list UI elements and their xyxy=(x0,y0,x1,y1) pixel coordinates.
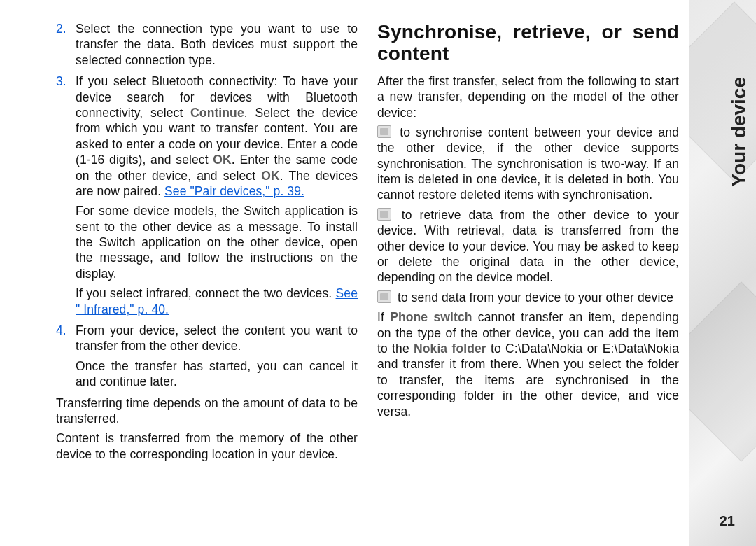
step-number: 2. xyxy=(56,21,76,72)
body-paragraph: From your device, select the content you… xyxy=(76,323,358,354)
ui-term: Nokia folder xyxy=(414,342,486,356)
step-body: From your device, select the content you… xyxy=(76,323,358,394)
chapter-side-tab: Your device 21 xyxy=(689,0,756,546)
body-paragraph: Transferring time depends on the amount … xyxy=(56,396,358,427)
retrieve-icon xyxy=(377,208,391,220)
step-number: 3. xyxy=(56,74,76,321)
body-paragraph: to retrieve data from the other device t… xyxy=(377,207,679,286)
numbered-step: 4.From your device, select the content y… xyxy=(56,323,358,394)
chapter-label: Your device xyxy=(728,77,750,187)
section-heading: Synchronise, retrieve, or send content xyxy=(377,21,679,65)
step-body: If you select Bluetooth connectivity: To… xyxy=(76,74,358,321)
body-paragraph: Once the transfer has started, you can c… xyxy=(76,358,358,390)
numbered-step: 3.If you select Bluetooth connectivity: … xyxy=(56,74,358,321)
body-paragraph: After the first transfer, select from th… xyxy=(377,74,679,120)
numbered-step: 2.Select the connection type you want to… xyxy=(56,21,358,72)
ui-term: Continue xyxy=(190,106,244,120)
right-column: Synchronise, retrieve, or send content A… xyxy=(377,21,679,532)
step-body: Select the connection type you want to u… xyxy=(76,21,358,72)
body-paragraph: If Phone switch cannot transfer an item,… xyxy=(377,309,679,419)
page-number: 21 xyxy=(720,513,735,529)
ui-term: OK xyxy=(261,169,279,183)
body-paragraph: For some device models, the Switch appli… xyxy=(76,203,358,281)
body-paragraph: If you select Bluetooth connectivity: To… xyxy=(76,74,358,199)
cross-reference-link[interactable]: See "Pair devices," p. 39. xyxy=(164,184,304,198)
body-paragraph: Select the connection type you want to u… xyxy=(76,21,358,68)
sync-icon xyxy=(377,125,391,138)
content-columns: 2.Select the connection type you want to… xyxy=(56,21,679,532)
ui-term: OK xyxy=(213,153,231,167)
body-paragraph: to synchronise content between your devi… xyxy=(377,125,679,203)
body-paragraph: to send data from your device to your ot… xyxy=(377,290,679,305)
left-column: 2.Select the connection type you want to… xyxy=(56,21,358,532)
cross-reference-link[interactable]: See " Infrared," p. 40. xyxy=(76,286,358,316)
manual-page: 2.Select the connection type you want to… xyxy=(0,0,756,546)
step-number: 4. xyxy=(56,323,76,394)
body-paragraph: Content is transferred from the memory o… xyxy=(56,430,358,462)
body-paragraph: If you select infrared, connect the two … xyxy=(76,286,358,317)
send-icon xyxy=(377,290,391,303)
ui-term: Phone switch xyxy=(390,310,472,324)
